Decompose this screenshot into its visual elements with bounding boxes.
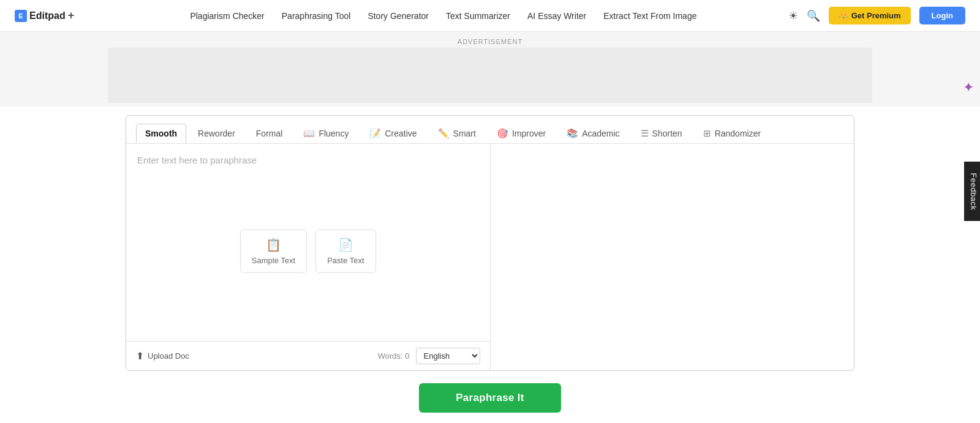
tab-reworder-label: Reworder [198,129,235,138]
logo-plus: + [68,9,75,22]
smart-icon: ✏️ [438,128,450,139]
tab-improver[interactable]: 🎯 Improver [488,123,555,144]
upload-icon: ⬆ [136,350,144,362]
logo[interactable]: E Editpad + [15,9,74,22]
shorten-icon: ☰ [641,128,649,139]
sample-text-label: Sample Text [252,256,295,265]
tool-box: Smooth Reworder Formal 📖 Fluency 📝 Creat… [126,115,854,371]
sample-text-icon: 📋 [266,238,281,252]
randomizer-icon: ⊞ [703,128,711,139]
ad-label: ADVERTISEMENT [0,38,980,45]
login-button[interactable]: Login [919,7,965,24]
nav-story-generator[interactable]: Story Generator [368,11,429,21]
nav-extract-text[interactable]: Extract Text From Image [603,11,696,21]
text-input-area[interactable]: Enter text here to paraphrase 📋 Sample T… [126,144,490,341]
tab-academic[interactable]: 📚 Academic [557,123,628,144]
paste-text-button[interactable]: 📄 Paste Text [315,230,375,273]
search-icon[interactable]: 🔍 [807,9,820,23]
words-label: Words: [378,351,403,361]
header: E Editpad + Plagiarism Checker Paraphras… [0,0,980,32]
sparkle-icon[interactable]: ✦ [963,80,974,95]
feedback-label: Feedback [969,173,978,210]
creative-icon: 📝 [369,128,381,139]
feedback-tab[interactable]: Feedback [964,162,980,221]
tab-smooth[interactable]: Smooth [136,124,186,143]
logo-text: Editpad [29,10,66,21]
ad-space [108,48,872,103]
center-actions: 📋 Sample Text 📄 Paste Text [240,230,376,273]
tab-fluency-label: Fluency [318,129,349,138]
logo-icon: E [15,10,27,22]
nav-text-summarizer[interactable]: Text Summarizer [446,11,510,21]
upload-doc-button[interactable]: ⬆ Upload Doc [136,350,189,362]
language-select[interactable]: English Spanish French German Italian Po… [416,348,480,364]
tab-formal-label: Formal [256,129,283,138]
tab-reworder[interactable]: Reworder [189,124,244,143]
paste-text-label: Paste Text [327,256,364,265]
tab-shorten-label: Shorten [652,129,682,138]
main-container: Smooth Reworder Formal 📖 Fluency 📝 Creat… [113,115,867,413]
premium-button[interactable]: 👑 Get Premium [829,7,911,24]
ad-banner: ADVERTISEMENT [0,32,980,107]
words-count: 0 [405,351,409,361]
output-panel [491,144,854,370]
upload-label: Upload Doc [148,351,189,361]
tab-formal[interactable]: Formal [247,124,292,143]
main-nav: Plagiarism Checker Paraphrasing Tool Sto… [99,11,788,21]
premium-icon: 👑 [839,11,848,20]
tab-smart[interactable]: ✏️ Smart [429,123,485,144]
tab-fluency[interactable]: 📖 Fluency [294,123,358,144]
header-actions: ☀ 🔍 👑 Get Premium Login [788,7,965,24]
sample-text-button[interactable]: 📋 Sample Text [240,230,307,273]
tab-shorten[interactable]: ☰ Shorten [631,123,692,144]
input-panel-footer: ⬆ Upload Doc Words: 0 English Spanish Fr… [126,341,490,370]
premium-label: Get Premium [851,11,901,20]
nav-ai-essay-writer[interactable]: AI Essay Writer [527,11,586,21]
paraphrase-button-wrap: Paraphrase It [126,383,854,413]
tab-creative-label: Creative [385,129,417,138]
tab-creative[interactable]: 📝 Creative [360,123,426,144]
tabs-bar: Smooth Reworder Formal 📖 Fluency 📝 Creat… [126,116,854,144]
improver-icon: 🎯 [497,128,508,139]
nav-plagiarism-checker[interactable]: Plagiarism Checker [190,11,264,21]
fluency-icon: 📖 [303,128,315,139]
tab-randomizer-label: Randomizer [715,129,761,138]
paraphrase-button[interactable]: Paraphrase It [419,383,561,413]
academic-icon: 📚 [567,128,578,139]
tab-randomizer[interactable]: ⊞ Randomizer [694,123,770,144]
word-count-label: Words: 0 [378,351,410,361]
tab-academic-label: Academic [582,129,619,138]
tab-smooth-label: Smooth [145,129,177,138]
nav-paraphrasing-tool[interactable]: Paraphrasing Tool [282,11,351,21]
tab-smart-label: Smart [453,129,476,138]
input-panel: Enter text here to paraphrase 📋 Sample T… [126,144,491,370]
paste-text-icon: 📄 [338,238,353,252]
editor-panels: Enter text here to paraphrase 📋 Sample T… [126,144,854,370]
tab-improver-label: Improver [512,129,546,138]
theme-toggle-icon[interactable]: ☀ [788,9,798,23]
placeholder-text: Enter text here to paraphrase [137,155,257,165]
output-text-area [491,144,854,370]
